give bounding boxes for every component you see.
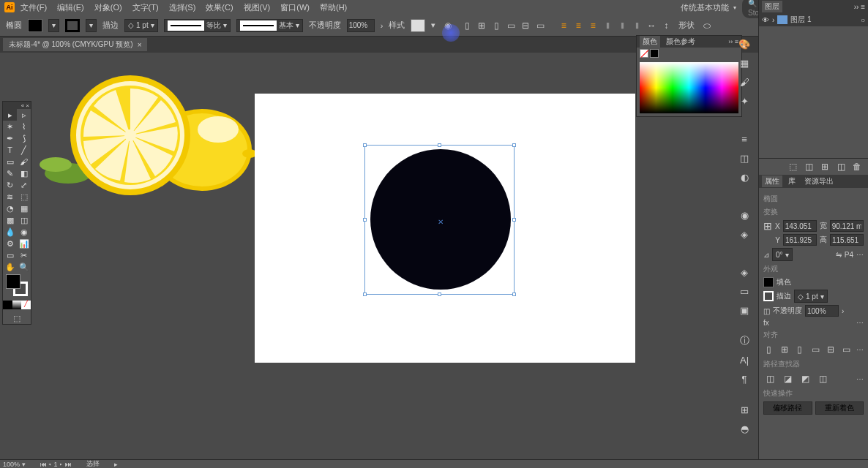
curvature-tool-icon[interactable]: ⟆ [17, 132, 31, 144]
eraser-tool-icon[interactable]: ◧ [17, 167, 31, 179]
panel-info-icon[interactable]: ⓘ [737, 333, 752, 348]
rotate-tool-icon[interactable]: ↻ [3, 179, 17, 191]
prop-stroke-swatch[interactable] [763, 291, 774, 301]
new-layer-icon[interactable]: ◫ [834, 160, 848, 173]
reference-point-icon[interactable]: ⊞ [763, 220, 772, 232]
visibility-icon[interactable]: 👁 [762, 16, 769, 24]
paintbrush-tool-icon[interactable]: 🖌 [17, 156, 31, 167]
symbol-sprayer-tool-icon[interactable]: ⚙ [3, 238, 17, 249]
y-input[interactable] [783, 234, 817, 246]
blend-tool-icon[interactable]: ◉ [17, 226, 31, 238]
color-mode-color-icon[interactable] [3, 301, 12, 309]
properties-tab[interactable]: 属性 [762, 176, 782, 187]
w-input[interactable] [830, 220, 864, 232]
panel-stroke-icon[interactable]: ≡ [737, 132, 752, 146]
asset-export-tab[interactable]: 资源导出 [801, 176, 837, 187]
panel-para-icon[interactable]: ¶ [737, 371, 752, 386]
none-swatch-icon[interactable] [640, 49, 648, 58]
prop-align-right-icon[interactable]: ▯ [794, 343, 805, 356]
shape-builder-tool-icon[interactable]: ◔ [3, 203, 17, 214]
libraries-tab[interactable]: 库 [785, 176, 798, 187]
panel-asset-icon[interactable]: ▭ [737, 284, 752, 298]
panel-gradient-icon[interactable]: ◫ [737, 151, 752, 165]
canvas[interactable]: ✕ [35, 0, 736, 468]
prop-align-left-icon[interactable]: ▯ [763, 343, 774, 356]
zoom-level[interactable]: 100% ▾ [3, 461, 26, 468]
fill-stroke-swatches[interactable] [3, 273, 31, 301]
status-arrow-icon[interactable]: ▸ [114, 461, 118, 468]
selection-handle-tc[interactable] [438, 143, 441, 147]
pathfinder-minus-icon[interactable]: ◪ [781, 372, 794, 385]
direct-selection-tool-icon[interactable]: ▹ [17, 109, 31, 121]
slice-tool-icon[interactable]: ✂ [17, 249, 31, 261]
prop-align-hcenter-icon[interactable]: ⊞ [779, 343, 790, 356]
selection-tool-icon[interactable]: ▸ [3, 109, 17, 121]
offset-path-button[interactable]: 偏移路径 [763, 401, 812, 415]
panel-symbols-icon[interactable]: ✦ [737, 94, 752, 108]
panel-artboards-icon[interactable]: ▣ [737, 303, 752, 317]
prop-opacity-input[interactable] [805, 305, 839, 317]
gradient-tool-icon[interactable]: ◫ [17, 214, 31, 226]
selection-handle-ml[interactable] [363, 218, 367, 222]
panel-char-icon[interactable]: A| [737, 352, 752, 367]
selection-handle-tr[interactable] [512, 143, 516, 147]
zoom-tool-icon[interactable]: 🔍 [17, 261, 31, 273]
panel-transparency-icon[interactable]: ◐ [737, 170, 752, 184]
eyedropper-tool-icon[interactable]: 💧 [3, 226, 17, 238]
more-options-icon[interactable]: ⋯ [856, 251, 864, 259]
black-swatch-icon[interactable] [650, 49, 659, 58]
color-tab[interactable]: 颜色 [640, 36, 660, 48]
selection-handle-bl[interactable] [363, 292, 367, 296]
prop-fill-swatch[interactable] [763, 277, 774, 287]
x-input[interactable] [783, 220, 817, 232]
graph-tool-icon[interactable]: 📊 [17, 238, 31, 249]
selection-handle-bc[interactable] [438, 292, 441, 296]
panel-brushes-icon[interactable]: 🖌 [737, 75, 752, 89]
layer-row[interactable]: 👁 › 图层 1 ○ [759, 13, 868, 26]
prop-align-vcenter-icon[interactable]: ⊟ [826, 343, 837, 356]
h-input[interactable] [830, 234, 864, 246]
layers-menu-icon[interactable]: ›› ≡ [854, 3, 865, 11]
prop-stroke-width[interactable]: ◇ 1 pt ▾ [794, 290, 828, 303]
width-tool-icon[interactable]: ≋ [3, 191, 17, 203]
pathfinder-exclude-icon[interactable]: ◫ [816, 372, 829, 385]
color-spectrum[interactable] [640, 62, 738, 113]
mesh-tool-icon[interactable]: ▩ [3, 214, 17, 226]
panel-color-icon[interactable]: 🎨 [737, 37, 752, 51]
line-tool-icon[interactable]: ╱ [17, 144, 31, 156]
scale-tool-icon[interactable]: ⤢ [17, 179, 31, 191]
panel-appearance-icon[interactable]: ◉ [737, 208, 752, 222]
make-clipping-icon[interactable]: ◫ [802, 160, 815, 173]
color-mode-gradient-icon[interactable] [12, 301, 22, 309]
perspective-tool-icon[interactable]: ▦ [17, 203, 31, 214]
panel-layers-icon[interactable]: ◈ [737, 265, 752, 279]
selection-handle-tl[interactable] [363, 143, 367, 147]
selection-handle-mr[interactable] [512, 218, 516, 222]
pathfinder-intersect-icon[interactable]: ◩ [798, 372, 812, 385]
panel-swatches-icon[interactable]: ▦ [737, 56, 752, 70]
magic-wand-tool-icon[interactable]: ✶ [3, 121, 17, 132]
type-tool-icon[interactable]: T [3, 144, 17, 156]
screen-mode-icon[interactable]: ⬚ [3, 312, 31, 324]
prop-align-bottom-icon[interactable]: ▭ [841, 343, 852, 356]
rotate-input[interactable]: 0° ▾ [772, 248, 793, 261]
panel-align-icon[interactable]: ⊞ [737, 402, 752, 417]
lemon-illustration[interactable] [35, 69, 255, 201]
artboard-nav[interactable]: ⏮ ◂ 1 ▸ ⏭ [40, 461, 72, 468]
opacity-arrow[interactable]: › [842, 307, 844, 315]
layers-tab[interactable]: 图层 [762, 1, 782, 12]
new-sublayer-icon[interactable]: ⊞ [818, 160, 831, 173]
color-guide-tab[interactable]: 颜色参考 [663, 36, 698, 48]
pathfinder-unite-icon[interactable]: ◫ [763, 372, 777, 385]
rectangle-tool-icon[interactable]: ▭ [3, 156, 17, 167]
toolbox-fill-swatch[interactable] [6, 274, 20, 289]
expand-icon[interactable]: › [772, 16, 774, 24]
flip-h-icon[interactable]: ⇋ [836, 251, 842, 259]
layer-name[interactable]: 图层 1 [790, 15, 811, 25]
recolor-button[interactable]: 重新着色 [815, 401, 864, 415]
locate-object-icon[interactable]: ⬚ [786, 160, 799, 173]
panel-graphic-styles-icon[interactable]: ◈ [737, 227, 752, 241]
artboard-tool-icon[interactable]: ▭ [3, 249, 17, 261]
layer-target-icon[interactable]: ○ [861, 16, 865, 24]
fx-label[interactable]: fx [763, 319, 769, 327]
